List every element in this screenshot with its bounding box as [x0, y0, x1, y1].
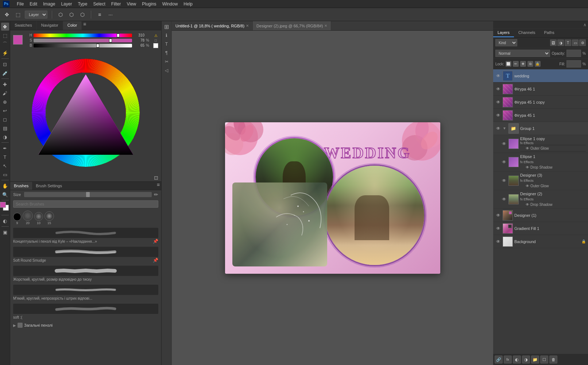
canvas-tab-2-close[interactable]: ✕	[324, 24, 327, 28]
layer-ellipse-1[interactable]: 👁 Ellipse 1 fx Effects 👁 Drop Shadow	[493, 153, 588, 172]
filter-smart-icon[interactable]: ⚙	[579, 39, 586, 46]
menu-window[interactable]: Window	[162, 1, 178, 7]
opacity-input[interactable]	[566, 50, 581, 57]
canvas-tool-2[interactable]: ℹ	[163, 31, 171, 39]
brush-search-input[interactable]	[13, 200, 158, 208]
filter-shape-icon[interactable]: ▭	[572, 39, 579, 46]
move-tool-icon[interactable]: ✥	[3, 11, 11, 19]
tool-lasso[interactable]: ⌒	[1, 40, 9, 48]
canvas-tool-6[interactable]: ◁	[163, 66, 171, 74]
foreground-color-preview[interactable]	[13, 35, 23, 45]
menu-edit[interactable]: Edit	[30, 1, 37, 7]
canvas-tool-3[interactable]: T	[163, 40, 171, 48]
tool-dodge[interactable]: ◑	[1, 133, 9, 141]
brushes-panel-menu[interactable]: ≡	[155, 182, 161, 190]
brush-options-icon[interactable]: ⬚	[14, 11, 22, 19]
brush-preset-3[interactable]: 10	[34, 212, 43, 225]
tool-gradient[interactable]: ▤	[1, 124, 9, 132]
tool-healing[interactable]: ✚	[1, 80, 9, 88]
bri-value[interactable]: 65	[134, 43, 144, 47]
expand-icon[interactable]: ⊡	[154, 175, 158, 181]
tool-shape[interactable]: ▭	[1, 170, 9, 178]
more-options-icon[interactable]: ···	[107, 11, 115, 19]
canvas-tab-1[interactable]: Untitled-1 @ 18,8% ( wedding, RGB/8) ✕	[172, 21, 253, 30]
canvas-tool-4[interactable]: ¶	[163, 49, 171, 57]
layer-vis-designer-1[interactable]: 👁	[495, 212, 501, 218]
canvas-tool-5[interactable]: ✂	[163, 58, 171, 66]
brush-preset-1[interactable]: 9	[13, 213, 21, 225]
layer-vis-designer-2[interactable]: 👁	[501, 196, 507, 202]
tool-path-select[interactable]: ↖	[1, 162, 9, 170]
align-right-icon[interactable]: ⬡	[78, 11, 86, 19]
layer-mask-btn[interactable]: ◐	[513, 356, 521, 364]
layer-group-btn[interactable]: 📁	[531, 356, 539, 364]
tool-quick-select[interactable]: ⚡	[1, 49, 9, 57]
lock-pixels-icon[interactable]: ✏	[513, 61, 519, 67]
layer-wedding[interactable]: 👁 T wedding	[493, 69, 588, 82]
layer-figura-45[interactable]: 👁 Фігура 45 1	[493, 109, 588, 122]
tool-crop[interactable]: ⊡	[1, 60, 9, 68]
layer-background[interactable]: 👁 Background 🔒	[493, 235, 588, 248]
hue-value[interactable]: 310	[134, 33, 144, 37]
layer-new-btn[interactable]: ☐	[540, 356, 548, 364]
canvas-tool-1[interactable]: ⊞	[163, 23, 171, 31]
layer-designer-3[interactable]: 👁 Designer (3) fx Effects 👁 Outer Glow	[493, 172, 588, 190]
blend-mode-select[interactable]: Normal	[495, 50, 550, 57]
brush-size-slider[interactable]	[24, 192, 152, 197]
tool-pen[interactable]: ✒	[1, 144, 9, 152]
color-wheel[interactable]	[27, 54, 144, 171]
outer-glow-vis-d3[interactable]: 👁	[525, 183, 530, 189]
brush-item-1[interactable]: Концептуальні і пензлі від Kyle – «Накла…	[10, 226, 161, 245]
menu-file[interactable]: File	[17, 1, 24, 7]
layer-gradient-fill[interactable]: 👁 Gradient Fill 1	[493, 222, 588, 235]
brush-item-2[interactable]: Soft Round Smudge 📌	[10, 245, 161, 264]
menu-type[interactable]: Type	[78, 1, 87, 7]
brush-item-4[interactable]: М'який, круглий, непрозорість і штрих ві…	[10, 283, 161, 302]
layer-vis-ellipse-1-copy[interactable]: 👁	[501, 141, 507, 147]
layer-adjustment-btn[interactable]: ◑	[522, 356, 530, 364]
tab-channels[interactable]: Channels	[514, 28, 539, 37]
layer-fx-btn[interactable]: fx	[504, 356, 512, 364]
menu-view[interactable]: View	[127, 1, 136, 7]
tool-history-brush[interactable]: ↩	[1, 107, 9, 115]
brush-item-3[interactable]: Жорсткий, круглий, розмір відповідно до …	[10, 264, 161, 283]
tab-layers[interactable]: Layers	[493, 28, 514, 37]
filter-adj-icon[interactable]: ◑	[557, 39, 564, 46]
menu-image[interactable]: Image	[43, 1, 55, 7]
brightness-slider[interactable]	[34, 44, 132, 47]
sat-value[interactable]: 78	[134, 38, 144, 42]
canvas-tab-1-close[interactable]: ✕	[246, 24, 249, 28]
filter-text-icon[interactable]: T	[565, 39, 571, 46]
layer-delete-btn[interactable]: 🗑	[549, 356, 557, 364]
tool-screen-mode[interactable]: ▣	[1, 228, 9, 236]
align-left-icon[interactable]: ⬡	[57, 11, 65, 19]
tab-brushes[interactable]: Brushes	[10, 182, 32, 190]
menu-help[interactable]: Help	[183, 1, 193, 7]
layer-kind-select[interactable]: Kind	[495, 39, 517, 46]
layer-mode-select[interactable]: Layer	[25, 11, 47, 19]
layer-vis-group1[interactable]: 👁	[495, 126, 501, 131]
brush-preset-2[interactable]: 20	[23, 211, 33, 225]
lock-all-icon[interactable]: 🔒	[535, 61, 541, 67]
tool-type[interactable]: T	[1, 153, 9, 161]
brush-size-edit-icon[interactable]: ✏	[154, 192, 158, 197]
menu-select[interactable]: Select	[93, 1, 105, 7]
tool-brush[interactable]: 🖌	[1, 89, 9, 97]
tool-move[interactable]: ✥	[1, 23, 9, 31]
drop-shadow-vis-d2[interactable]: 👁	[525, 201, 530, 207]
layer-figura-45-copy[interactable]: 👁 Фігура 45 1 copy	[493, 96, 588, 109]
layer-ellipse-1-copy[interactable]: 👁 Ellipse 1 copy fx Effects 👁 Outer Glow	[493, 135, 588, 153]
tool-mask[interactable]: ◐	[1, 217, 9, 225]
canvas-content[interactable]: WEDDING	[172, 31, 493, 365]
tool-zoom[interactable]: 🔍	[1, 191, 9, 199]
brush-pin-2[interactable]: 📌	[153, 258, 158, 263]
tab-brush-settings[interactable]: Brush Settings	[32, 182, 66, 190]
layer-link-btn[interactable]: 🔗	[495, 356, 503, 364]
layer-vis-background[interactable]: 👁	[495, 239, 501, 245]
brush-preset-4[interactable]: 15	[45, 211, 54, 225]
lock-position-icon[interactable]: ✚	[520, 61, 526, 67]
group-arrow[interactable]: ▼	[503, 126, 506, 130]
layer-vis-gradient[interactable]: 👁	[495, 226, 501, 231]
menu-plugins[interactable]: Plugins	[142, 1, 156, 7]
canvas-tab-2[interactable]: Designer (2).jpeg @ 66,7% (RGB/8#) ✕	[253, 21, 331, 30]
